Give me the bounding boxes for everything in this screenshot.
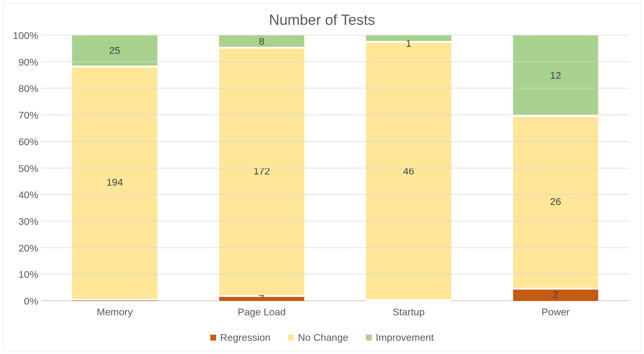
plot-area: 219425Memory41728Page Load0461Startup226… xyxy=(41,35,629,301)
x-tick-label: Startup xyxy=(392,301,425,318)
y-tick-label: 90% xyxy=(6,56,38,68)
y-tick-label: 30% xyxy=(6,216,38,227)
gridline xyxy=(41,88,629,88)
legend: RegressionNo ChangeImprovement xyxy=(3,332,641,343)
gridline xyxy=(41,168,629,168)
gridline xyxy=(41,141,629,142)
gridline xyxy=(41,247,629,248)
bar-segment-improvement xyxy=(366,35,451,41)
x-tick-label: Page Load xyxy=(238,301,286,318)
y-tick-label: 100% xyxy=(6,30,38,41)
gridline xyxy=(41,35,629,35)
y-tick-label: 40% xyxy=(6,189,38,201)
gridline xyxy=(41,61,629,62)
bar-segment-regression xyxy=(219,295,304,301)
bar-segment-improvement xyxy=(219,35,304,47)
chart-frame: Number of Tests 219425Memory41728Page Lo… xyxy=(3,3,641,351)
y-tick-label: 10% xyxy=(6,269,38,280)
bar-stack: 41728 xyxy=(219,35,304,301)
gridline xyxy=(41,274,629,274)
bar-segment-nochange xyxy=(366,41,451,299)
bar-segment-regression xyxy=(72,299,157,301)
bar-stack: 22612 xyxy=(513,35,598,301)
legend-item-improvement: Improvement xyxy=(366,332,434,343)
bar-segment-nochange xyxy=(72,66,157,299)
bar-segment-improvement xyxy=(513,35,598,115)
chart-title: Number of Tests xyxy=(3,3,641,28)
bar-segment-nochange xyxy=(219,47,304,295)
bar-stack: 219425 xyxy=(72,35,157,301)
legend-swatch xyxy=(288,335,294,341)
bar-group: 0461Startup xyxy=(335,35,482,301)
legend-label: No Change xyxy=(298,332,348,343)
legend-label: Regression xyxy=(220,332,271,343)
y-tick-label: 80% xyxy=(6,83,38,94)
y-tick-label: 20% xyxy=(6,242,38,254)
x-tick-label: Power xyxy=(542,301,570,318)
gridline xyxy=(41,194,629,195)
bar-segment-improvement xyxy=(72,35,157,66)
y-tick-label: 60% xyxy=(6,136,38,147)
bar-group: 22612Power xyxy=(482,35,629,301)
legend-label: Improvement xyxy=(376,332,434,343)
bar-group: 219425Memory xyxy=(41,35,188,301)
bar-segment-regression xyxy=(513,288,598,301)
y-tick-label: 50% xyxy=(6,163,38,174)
bar-groups: 219425Memory41728Page Load0461Startup226… xyxy=(41,35,629,301)
legend-swatch xyxy=(210,335,216,341)
gridline xyxy=(41,221,629,221)
bar-group: 41728Page Load xyxy=(188,35,335,301)
y-tick-label: 70% xyxy=(6,110,38,121)
x-tick-label: Memory xyxy=(97,301,133,318)
legend-item-regression: Regression xyxy=(210,332,271,343)
y-tick-label: 0% xyxy=(6,295,38,307)
gridline xyxy=(41,114,629,115)
legend-swatch xyxy=(366,335,372,341)
legend-item-nochange: No Change xyxy=(288,332,348,343)
bar-stack: 0461 xyxy=(366,35,451,301)
